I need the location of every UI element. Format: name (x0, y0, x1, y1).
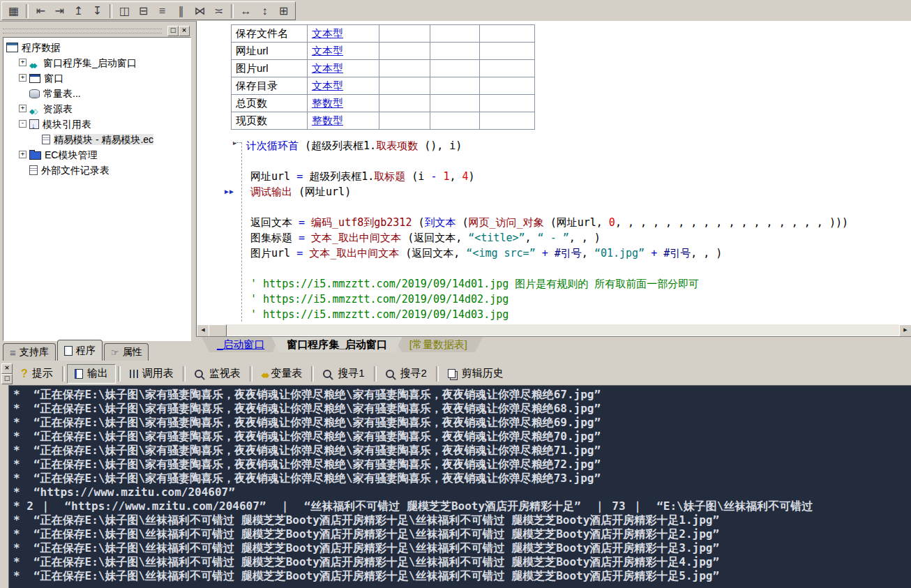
code-line[interactable] (250, 199, 911, 215)
tree-item[interactable]: 外部文件记录表 (3, 163, 190, 178)
editor-tab-2[interactable]: 窗口程序集_启动窗口 (271, 337, 402, 352)
tab-变量表[interactable]: 变量表 (255, 365, 309, 383)
type-link[interactable]: 文本型 (312, 62, 343, 74)
tree-item[interactable]: 精易模块 - 精易模块.ec (3, 132, 190, 147)
variable-name-cell[interactable]: 图片url (232, 60, 308, 77)
expand-icon[interactable]: + (19, 105, 27, 112)
variable-type-cell[interactable]: 整数型 (308, 95, 379, 112)
empty-cell[interactable] (379, 25, 430, 43)
empty-cell[interactable] (430, 60, 480, 77)
variable-type-cell[interactable]: 整数型 (308, 112, 379, 130)
empty-cell[interactable] (430, 25, 480, 43)
code-line[interactable]: ' https://i5.mmzztt.com/2019/09/14d02.jp… (250, 292, 911, 307)
panel-close-button[interactable]: × (179, 26, 190, 36)
empty-cell[interactable] (379, 95, 430, 112)
empty-cell[interactable] (430, 77, 480, 95)
variable-name-cell[interactable]: 保存文件名 (232, 25, 308, 43)
tree-item[interactable]: +资源表 (3, 101, 190, 116)
empty-cell[interactable] (480, 77, 535, 95)
code-line[interactable]: 网址url = 超级列表框1.取标题 (i - 1, 4) (250, 169, 911, 184)
code-line[interactable]: 返回文本 = 编码_utf8到gb2312 (到文本 (网页_访问_对象 (网址… (250, 215, 911, 230)
align-bottom-icon[interactable]: ↧ (88, 3, 107, 19)
same-vertical-gap-icon[interactable]: ≍ (209, 3, 228, 19)
empty-cell[interactable] (480, 112, 535, 130)
variable-type-cell[interactable]: 文本型 (308, 43, 379, 60)
output-close-button[interactable]: × (1, 363, 13, 374)
code-line[interactable]: 计次循环首 (超级列表框1.取表项数 (), i) (246, 138, 911, 153)
code-area[interactable]: 计次循环首 (超级列表框1.取表项数 (), i)网址url = 超级列表框1.… (197, 138, 911, 322)
workspace-panel-header[interactable]: □ × (1, 25, 191, 36)
center-horizontal-icon[interactable]: ◫ (115, 3, 134, 19)
align-right-icon[interactable]: ⇥ (50, 3, 69, 19)
variable-name-cell[interactable]: 总页数 (232, 95, 308, 112)
type-link[interactable]: 整数型 (312, 97, 343, 109)
empty-cell[interactable] (430, 112, 480, 130)
empty-cell[interactable] (379, 112, 430, 130)
same-width-icon[interactable]: ↔ (236, 3, 255, 19)
tab-搜寻1[interactable]: 搜寻1 (316, 365, 371, 383)
scroll-left-button[interactable]: ◀ (197, 324, 209, 336)
collapse-icon[interactable]: - (19, 120, 27, 128)
tab-搜寻2[interactable]: 搜寻2 (379, 365, 434, 383)
space-evenly-vertical-icon[interactable]: ∥ (172, 3, 190, 19)
code-line[interactable]: 调试输出 (网址url) (250, 184, 911, 199)
expand-icon[interactable]: + (19, 151, 27, 158)
code-line[interactable]: ' https://i5.mmzztt.com/2019/09/14d01.jp… (250, 276, 911, 292)
code-line[interactable]: 图片url = 文本_取出中间文本 (返回文本, “<img src=” + #… (250, 246, 911, 261)
tab-提示[interactable]: 提示 (14, 365, 60, 383)
code-line[interactable] (250, 261, 911, 276)
empty-cell[interactable] (480, 60, 535, 77)
empty-cell[interactable] (480, 43, 535, 60)
variable-type-cell[interactable]: 文本型 (308, 77, 379, 95)
code-line[interactable]: 图集标题 = 文本_取出中间文本 (返回文本, “<title>”, “ - ”… (250, 230, 911, 246)
align-top-icon[interactable]: ↥ (69, 3, 88, 19)
form-grid-icon[interactable]: ▦ (4, 3, 23, 19)
panel-float-button[interactable]: □ (167, 26, 179, 36)
tree-item[interactable]: 常量表... (3, 86, 190, 101)
type-link[interactable]: 文本型 (312, 45, 343, 56)
scrollbar-thumb[interactable] (209, 324, 227, 336)
empty-cell[interactable] (480, 95, 535, 112)
same-height-icon[interactable]: ↕ (255, 3, 274, 19)
variable-name-cell[interactable]: 网址url (232, 43, 308, 60)
scroll-right-button[interactable]: ▶ (899, 324, 911, 336)
editor-tab-3[interactable]: [常量数据表] (394, 337, 483, 352)
tab-调用表[interactable]: 调用表 (123, 365, 181, 383)
same-horizontal-gap-icon[interactable]: ⋈ (190, 3, 209, 19)
empty-cell[interactable] (430, 95, 480, 112)
tree-item[interactable]: +窗口 (3, 70, 190, 86)
empty-cell[interactable] (379, 43, 430, 60)
expand-icon[interactable]: + (19, 59, 27, 66)
expand-icon[interactable]: + (19, 74, 27, 82)
tab-程序[interactable]: 程序 (57, 340, 103, 361)
type-link[interactable]: 文本型 (312, 27, 343, 39)
variable-type-cell[interactable]: 文本型 (308, 60, 379, 77)
tab-支持库[interactable]: 支持库 (3, 343, 56, 361)
tree-item[interactable]: -模块引用表 (3, 116, 190, 132)
output-console[interactable]: * “正在保存E:\妹子图\家有骚妻陶喜乐，夜夜销魂让你弹尽粮绝\家有骚妻陶喜乐… (8, 385, 911, 588)
tab-属性[interactable]: 属性 (104, 343, 149, 361)
tree-item[interactable]: +窗口程序集_启动窗口 (3, 55, 190, 70)
variable-type-cell[interactable]: 文本型 (308, 25, 379, 43)
tree-item[interactable]: 程序数据 (3, 40, 190, 55)
tree-item[interactable]: +EC模块管理 (3, 147, 190, 163)
variable-name-cell[interactable]: 保存目录 (232, 77, 308, 95)
type-link[interactable]: 文本型 (312, 80, 343, 91)
panel-grip[interactable] (3, 29, 162, 33)
center-vertical-icon[interactable]: ⊟ (134, 3, 153, 19)
output-float-button[interactable]: □ (1, 374, 13, 384)
editor-tab-1[interactable]: _启动窗口 (202, 337, 280, 352)
empty-cell[interactable] (430, 43, 480, 60)
editor-horizontal-scrollbar[interactable]: ◀ ▶ (197, 324, 911, 336)
empty-cell[interactable] (480, 25, 535, 43)
same-size-icon[interactable]: ⊞ (274, 3, 293, 19)
tab-监视表[interactable]: 监视表 (188, 365, 248, 383)
type-link[interactable]: 整数型 (312, 114, 343, 126)
space-evenly-horizontal-icon[interactable]: ≡ (153, 3, 172, 19)
empty-cell[interactable] (379, 77, 430, 95)
program-data-tree[interactable]: 程序数据+窗口程序集_启动窗口+窗口常量表...+资源表-模块引用表精易模块 -… (3, 37, 191, 341)
align-left-icon[interactable]: ⇤ (31, 3, 50, 19)
variable-name-cell[interactable]: 现页数 (232, 112, 308, 130)
code-line[interactable] (250, 153, 911, 169)
empty-cell[interactable] (379, 60, 430, 77)
